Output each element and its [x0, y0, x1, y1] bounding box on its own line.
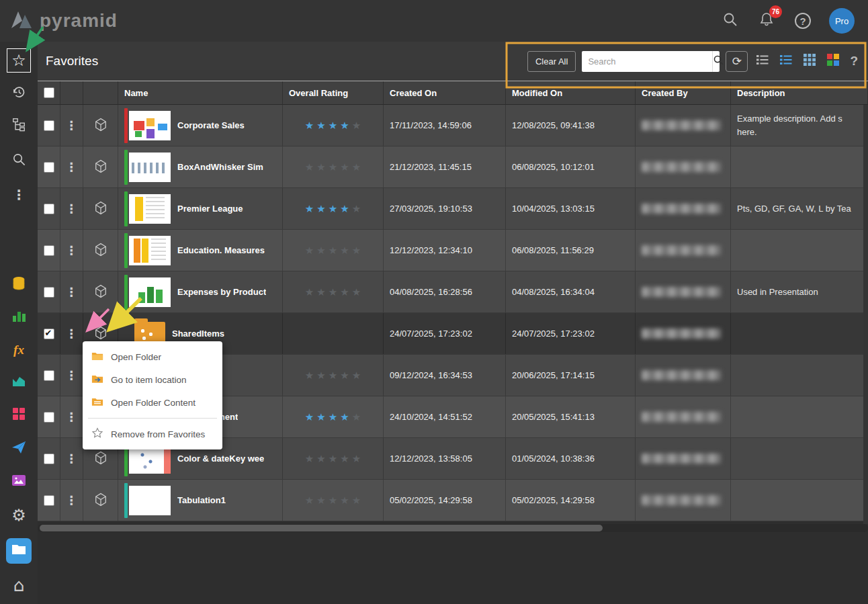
star-icon[interactable]: ★ — [352, 203, 361, 215]
row-menu-dots-icon[interactable]: ⋮ — [66, 370, 78, 382]
star-icon[interactable]: ★ — [305, 203, 314, 215]
sidebar-item-present[interactable] — [7, 403, 31, 427]
row-checkbox[interactable] — [44, 412, 54, 423]
star-icon[interactable]: ★ — [352, 370, 361, 382]
star-icon[interactable]: ★ — [352, 494, 361, 507]
star-icon[interactable]: ★ — [329, 161, 337, 173]
star-icon[interactable]: ★ — [340, 370, 349, 382]
star-icon[interactable]: ★ — [329, 411, 337, 423]
row-menu-dots-icon[interactable]: ⋮ — [66, 286, 78, 298]
vertical-scrollbar[interactable] — [863, 105, 868, 524]
item-type-cube-icon[interactable] — [94, 159, 107, 175]
star-icon[interactable]: ★ — [352, 120, 361, 132]
star-icon[interactable]: ★ — [329, 286, 337, 298]
row-menu-dots-icon[interactable]: ⋮ — [66, 120, 78, 132]
star-icon[interactable]: ★ — [340, 494, 349, 507]
row-menu-dots-icon[interactable]: ⋮ — [66, 203, 78, 215]
item-name[interactable]: Expenses by Product — [177, 287, 266, 297]
item-type-cube-icon[interactable] — [94, 492, 107, 509]
search-input[interactable] — [582, 51, 712, 72]
header-name[interactable]: Name — [118, 81, 283, 104]
star-icon[interactable]: ★ — [316, 453, 325, 465]
row-menu-dots-icon[interactable]: ⋮ — [66, 161, 78, 173]
menu-item-open-folder[interactable]: Open Folder — [83, 345, 222, 368]
row-checkbox[interactable] — [44, 454, 54, 464]
toolbar-help-button[interactable]: ? — [848, 54, 860, 69]
sidebar-item-content-tree[interactable] — [7, 114, 31, 138]
menu-item-remove-from-favorites[interactable]: Remove from Favorites — [83, 423, 222, 445]
star-icon[interactable]: ★ — [352, 161, 361, 173]
row-menu-dots-icon[interactable]: ⋮ — [66, 245, 78, 257]
help-button[interactable]: ? — [793, 11, 813, 31]
star-icon[interactable]: ★ — [352, 286, 361, 298]
row-menu-dots-icon[interactable]: ⋮ — [66, 328, 78, 340]
star-icon[interactable]: ★ — [305, 453, 314, 465]
row-checkbox[interactable] — [44, 287, 54, 298]
star-icon[interactable]: ★ — [329, 245, 337, 257]
detail-view-button[interactable] — [754, 52, 771, 70]
sidebar-item-discover[interactable] — [7, 305, 31, 329]
row-menu-dots-icon[interactable]: ⋮ — [66, 411, 78, 423]
row-checkbox[interactable] — [44, 245, 54, 256]
item-type-cube-icon[interactable] — [94, 284, 107, 300]
star-icon[interactable]: ★ — [305, 411, 314, 423]
app-logo[interactable]: pyramid — [0, 9, 118, 33]
star-icon[interactable]: ★ — [340, 245, 349, 257]
star-icon[interactable]: ★ — [340, 453, 349, 465]
search-submit-button[interactable] — [712, 51, 724, 72]
menu-item-open-folder-content[interactable]: Open Folder Content — [83, 391, 222, 414]
star-icon[interactable]: ★ — [340, 203, 349, 215]
row-checkbox[interactable] — [44, 162, 54, 173]
item-name[interactable]: Premier League — [177, 204, 243, 214]
table-row[interactable]: ⋮ Expenses by Product ★★★★★ 04/08/2025, … — [38, 271, 868, 313]
star-icon[interactable]: ★ — [305, 370, 314, 382]
star-icon[interactable]: ★ — [340, 161, 349, 173]
star-icon[interactable]: ★ — [316, 286, 325, 298]
star-icon[interactable]: ★ — [316, 370, 325, 382]
item-name[interactable]: Corporate Sales — [177, 120, 245, 130]
star-icon[interactable]: ★ — [316, 411, 325, 423]
item-name[interactable]: SharedItems — [172, 329, 224, 339]
item-thumbnail[interactable] — [129, 194, 171, 224]
row-checkbox[interactable] — [44, 495, 54, 506]
star-icon[interactable]: ★ — [316, 203, 325, 215]
item-thumbnail[interactable] — [129, 153, 171, 182]
item-name[interactable]: Color & dateKey wee — [177, 454, 264, 464]
pro-account-button[interactable]: Pro — [829, 8, 855, 34]
star-icon[interactable]: ★ — [305, 245, 314, 257]
item-name[interactable]: BoxAndWhisker Sim — [177, 162, 263, 172]
star-icon[interactable]: ★ — [329, 370, 337, 382]
item-type-cube-icon[interactable] — [94, 451, 107, 467]
sidebar-item-content-folder[interactable] — [6, 538, 32, 564]
row-menu-dots-icon[interactable]: ⋮ — [66, 453, 78, 465]
row-checkbox[interactable] — [44, 329, 54, 339]
item-thumbnail[interactable] — [129, 486, 171, 515]
star-icon[interactable]: ★ — [316, 494, 325, 507]
star-icon[interactable]: ★ — [340, 411, 349, 423]
item-type-cube-icon[interactable] — [94, 326, 107, 342]
star-icon[interactable]: ★ — [305, 286, 314, 298]
sidebar-item-illustrate[interactable] — [7, 470, 31, 494]
sidebar-item-data[interactable] — [7, 273, 31, 297]
row-checkbox[interactable] — [44, 204, 54, 214]
table-row[interactable]: ⋮ Premier League ★★★★★ 27/03/2025, 19:10… — [38, 188, 868, 230]
star-icon[interactable]: ★ — [305, 161, 314, 173]
star-icon[interactable]: ★ — [329, 494, 337, 507]
list-view-button[interactable] — [777, 52, 795, 70]
sidebar-item-publish[interactable] — [7, 437, 31, 461]
header-modified-on[interactable]: Modified On — [506, 81, 636, 104]
menu-item-go-to-item-location[interactable]: Go to item location — [83, 368, 222, 391]
star-icon[interactable]: ★ — [305, 120, 314, 132]
item-thumbnail[interactable] — [129, 277, 171, 307]
table-row[interactable]: ⋮ BoxAndWhisker Sim ★★★★★ 21/12/2023, 11… — [38, 146, 868, 188]
star-icon[interactable]: ★ — [340, 120, 349, 132]
star-icon[interactable]: ★ — [329, 453, 337, 465]
sidebar-item-formulate[interactable]: fx — [7, 338, 31, 362]
sidebar-item-search[interactable] — [7, 148, 31, 173]
item-thumbnail[interactable] — [129, 111, 171, 140]
item-type-cube-icon[interactable] — [94, 118, 107, 134]
color-grid-view-button[interactable] — [824, 52, 842, 70]
star-icon[interactable]: ★ — [316, 120, 325, 132]
row-menu-dots-icon[interactable]: ⋮ — [66, 494, 78, 507]
sidebar-item-favorites[interactable]: ☆ — [7, 48, 31, 73]
